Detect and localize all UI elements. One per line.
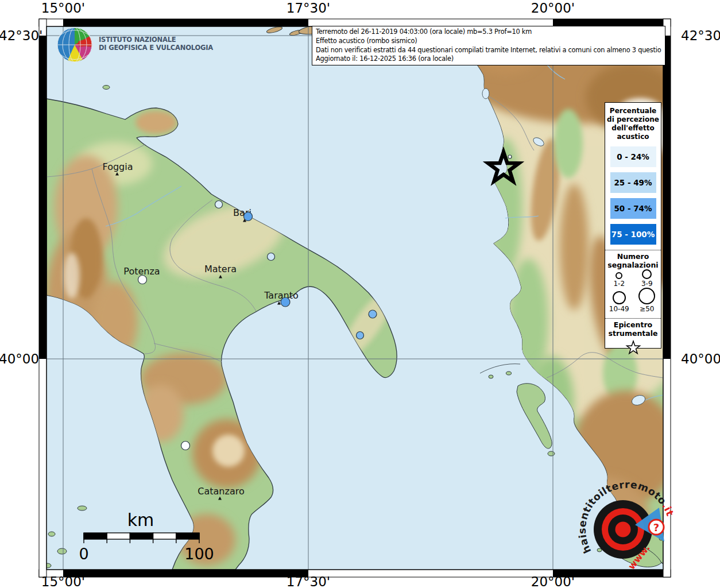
- report-dot: [138, 276, 147, 284]
- legend-epicenter-line: strumentale: [605, 329, 661, 338]
- legend-swatch-50-74: 50 - 74%: [610, 198, 656, 219]
- legend-panel: Percentuale di percezione dell'effetto a…: [605, 102, 661, 349]
- event-info-line3: Dati non verificati estratti da 44 quest…: [316, 46, 661, 55]
- axis-top-20: 20°00': [531, 1, 575, 16]
- axis-top-15: 15°00': [41, 1, 85, 16]
- report-dot: [244, 212, 253, 221]
- legend-epicenter-line: Epicentro: [605, 320, 661, 329]
- ingv-name-line1: ISTITUTO NAZIONALE: [99, 36, 213, 44]
- legend-star-icon: [625, 340, 641, 355]
- size-label: 1-2: [613, 280, 625, 288]
- legend-epicenter-title: Epicentro strumentale: [605, 319, 661, 338]
- scalebar-min: 0: [79, 545, 88, 563]
- legend-title-line: Percentuale: [605, 107, 661, 115]
- legend-title-line: di percezione: [605, 115, 661, 124]
- axis-bottom-15: 15°00': [41, 574, 85, 588]
- legend-swatch-75-100: 75 - 100%: [610, 224, 656, 245]
- scalebar-max: 100: [184, 545, 214, 563]
- legend-percentage-title: Percentuale di percezione dell'effetto a…: [605, 103, 661, 141]
- city-label: Foggia: [103, 161, 133, 172]
- report-dot: [508, 155, 512, 158]
- seismic-map-page: Foggia Bari Matera Potenza Taranto: [0, 0, 720, 588]
- legend-swatch-25-49: 25 - 49%: [610, 172, 656, 193]
- ingv-name: ISTITUTO NAZIONALE DI GEOFISICA E VULCAN…: [99, 36, 213, 52]
- axis-left-42-30: 42°30': [0, 28, 37, 43]
- legend-signals-line: Numero: [605, 252, 661, 261]
- event-info-line4: Aggiornato il: 16-12-2025 16:36 (ora loc…: [316, 55, 661, 64]
- question-mark: ?: [653, 521, 659, 533]
- event-info-line1: Terremoto del 26-11-2019 04:03:00 (ora l…: [316, 28, 661, 37]
- report-dot: [369, 310, 377, 318]
- size-circle-3-9: [642, 269, 652, 279]
- legend-size-row-1: 1-2 3-9: [605, 269, 661, 288]
- axis-top-17-30: 17°30': [287, 1, 330, 16]
- scalebar-unit: km: [127, 510, 154, 530]
- report-dot: [215, 201, 223, 208]
- city-label: Taranto: [264, 290, 299, 301]
- legend-swatch-0-24: 0 - 24%: [610, 146, 656, 167]
- event-info-line2: Effetto acustico (rombo sismico): [316, 37, 661, 46]
- size-circle-50plus: [638, 288, 655, 304]
- axis-left-40: 40°00': [0, 351, 37, 366]
- legend-signals-title: Numero segnalazioni: [605, 250, 661, 269]
- size-label: 3-9: [641, 280, 653, 288]
- city-label: Catanzaro: [198, 486, 244, 497]
- legend-signals-line: segnalazioni: [605, 261, 661, 269]
- axis-right-40: 40°00': [681, 351, 720, 366]
- axis-right-42-30: 42°30': [681, 28, 720, 43]
- ingv-logo: ISTITUTO NAZIONALE DI GEOFISICA E VULCAN…: [55, 24, 213, 63]
- legend-title-line: acustico: [605, 133, 661, 141]
- size-label: ≥50: [640, 305, 654, 313]
- legend-size-row-2: 10-49 ≥50: [605, 288, 661, 313]
- size-circle-1-2: [616, 272, 622, 279]
- axis-bottom-20: 20°00': [531, 574, 575, 588]
- report-dot: [268, 253, 275, 261]
- size-label: 10-49: [609, 305, 629, 313]
- report-dot: [181, 442, 190, 450]
- report-dot: [357, 332, 364, 339]
- size-circle-10-49: [613, 291, 626, 304]
- legend-title-line: dell'effetto: [605, 124, 661, 133]
- city-label: Matera: [204, 264, 237, 274]
- event-info-box: Terremoto del 26-11-2019 04:03:00 (ora l…: [312, 26, 665, 65]
- ingv-globe-icon: [55, 24, 94, 63]
- axis-bottom-17-30: 17°30': [287, 574, 330, 588]
- report-dot: [281, 297, 290, 307]
- ingv-name-line2: DI GEOFISICA E VULCANOLOGIA: [99, 44, 213, 52]
